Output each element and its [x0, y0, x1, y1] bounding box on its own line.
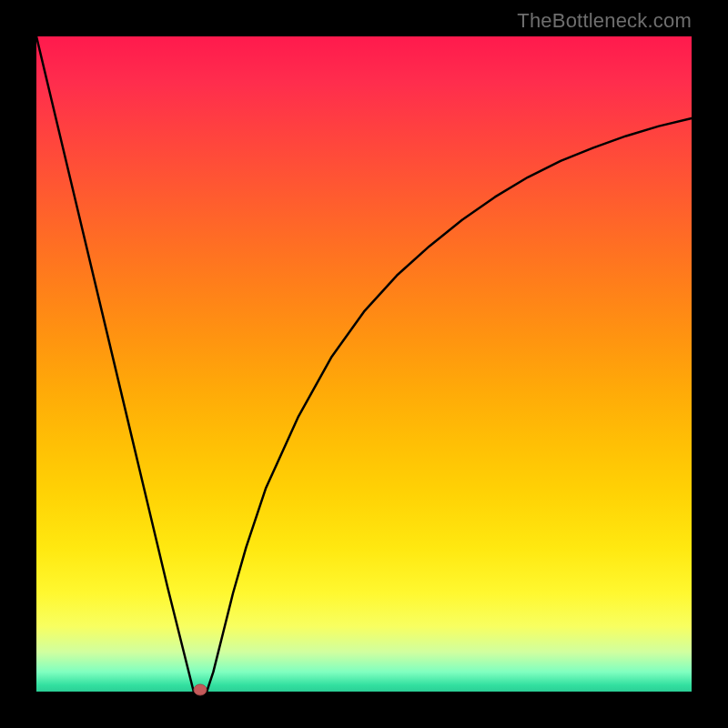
chart-svg: [0, 0, 728, 728]
attribution-text: TheBottleneck.com: [517, 9, 692, 33]
minimum-marker: [194, 684, 207, 695]
bottleneck-curve: [36, 36, 692, 692]
chart-frame: TheBottleneck.com: [0, 0, 728, 728]
